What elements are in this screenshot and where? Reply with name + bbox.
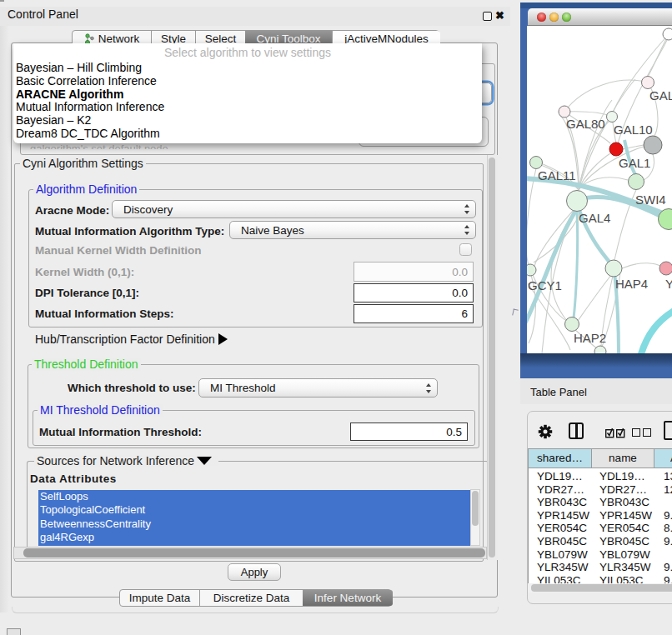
svg-text:GAL80: GAL80 bbox=[566, 117, 605, 131]
svg-text:SWI4: SWI4 bbox=[635, 192, 666, 207]
svg-text:GAL7: GAL7 bbox=[649, 88, 672, 102]
svg-text:GAL11: GAL11 bbox=[538, 168, 576, 182]
svg-text:HAP2: HAP2 bbox=[574, 331, 606, 345]
svg-text:GAL1: GAL1 bbox=[619, 156, 650, 170]
svg-text:GAL4: GAL4 bbox=[579, 211, 610, 225]
svg-text:GCY1: GCY1 bbox=[528, 278, 562, 292]
svg-text:GAL10: GAL10 bbox=[614, 122, 653, 137]
svg-text:Y: Y bbox=[665, 277, 672, 291]
svg-text:HAP4: HAP4 bbox=[615, 277, 648, 291]
